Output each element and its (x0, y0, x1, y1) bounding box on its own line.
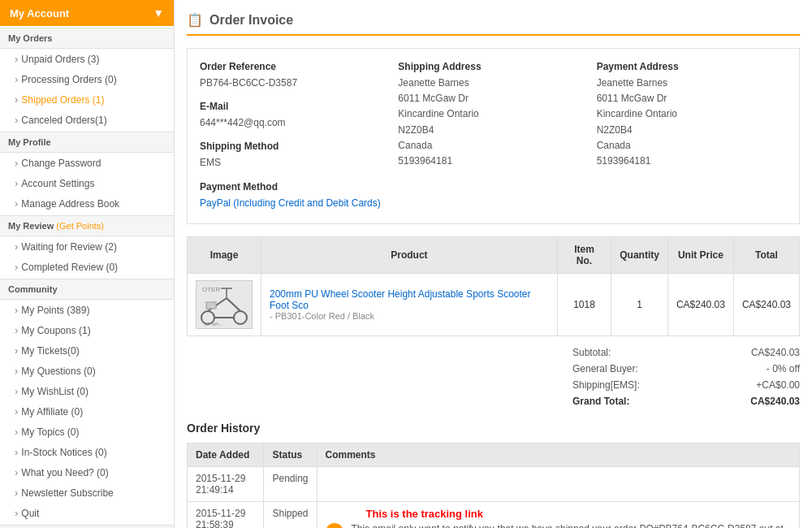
grand-total-value: CA$240.03 (750, 396, 800, 407)
sidebar-item-my-points[interactable]: My Points (389) (0, 300, 174, 320)
payment-address-name: Jeanette Barnes (597, 76, 787, 91)
sidebar-item-completed-review[interactable]: Completed Review (0) (0, 257, 174, 277)
payment-address-label: Payment Address (597, 61, 787, 72)
sidebar-item-my-tickets[interactable]: My Tickets(0) (0, 340, 174, 361)
shipping-address-name: Jeanette Barnes (398, 76, 588, 91)
hist-status-2: Shipped (264, 501, 317, 528)
page-title: Order Invoice (209, 13, 293, 28)
payment-method-value: PayPal (Including Credit and Debit Cards… (200, 196, 390, 211)
order-reference-block: Order Reference PB764-BC6CC-D3587 E-Mail… (200, 61, 390, 211)
item-no-cell: 1018 (557, 273, 611, 335)
sidebar-item-my-affiliate[interactable]: My Affiliate (0) (0, 401, 174, 422)
payment-address-postal: N2Z0B4 (597, 123, 787, 138)
section-community: Community (0, 279, 174, 300)
sidebar-item-quit[interactable]: Quit (0, 503, 174, 523)
email-label: E-Mail (200, 101, 390, 112)
hist-status-1: Pending (264, 466, 317, 501)
hist-date-1: 2015-11-29 21:49:14 (188, 466, 264, 501)
shipping-method-label: Shipping Method (200, 141, 390, 152)
sidebar-toggle-icon[interactable]: ▼ (153, 6, 164, 19)
product-name-cell: 200mm PU Wheel Scooter Height Adjustable… (261, 273, 558, 335)
col-quantity: Quantity (611, 236, 668, 273)
invoice-icon: 📋 (187, 12, 203, 28)
sidebar-item-what-you-need[interactable]: What you Need? (0) (0, 462, 174, 483)
hist-comments-2: This is the tracking link 3 This email o… (317, 501, 799, 528)
shipping-address-country: Canada (398, 138, 588, 154)
general-buyer-row: General Buyer: - 0% off (572, 361, 800, 377)
shipping-value: +CA$0.00 (756, 379, 800, 391)
hist-comments-1 (317, 466, 799, 501)
section-help: Help (0, 525, 174, 528)
hist-col-date: Date Added (188, 443, 264, 466)
col-item-no: Item No. (557, 236, 611, 273)
subtotal-label: Subtotal: (572, 347, 611, 358)
general-buyer-label: General Buyer: (572, 363, 638, 374)
product-table: Image Product Item No. Quantity Unit Pri… (187, 236, 800, 336)
sidebar-item-shipped-orders[interactable]: Shipped Orders (1) (0, 89, 174, 110)
order-history-section: Order History Date Added Status Comments… (187, 422, 800, 528)
grand-total-row: Grand Total: CA$240.03 (572, 393, 800, 409)
payment-address-country: Canada (597, 138, 787, 154)
svg-text:OTER: OTER (202, 286, 220, 293)
sidebar-item-my-questions[interactable]: My Questions (0) (0, 361, 174, 381)
col-total: Total (733, 236, 799, 273)
sidebar-item-processing-orders[interactable]: Processing Orders (0) (0, 69, 174, 89)
email-value: 644***442@qq.com (200, 115, 390, 131)
col-product: Product (261, 236, 558, 273)
sidebar-item-my-topics[interactable]: My Topics (0) (0, 422, 174, 442)
hist-date-2: 2015-11-29 21:58:39 (188, 501, 264, 528)
shipping-address-phone: 5193964181 (398, 154, 588, 169)
product-variant: - PB301-Color Red / Black (270, 311, 549, 321)
product-link[interactable]: 200mm PU Wheel Scooter Height Adjustable… (270, 288, 531, 311)
sidebar-item-waiting-review[interactable]: Waiting for Review (2) (0, 236, 174, 257)
sidebar-item-unpaid-orders[interactable]: Unpaid Orders (3) (0, 49, 174, 69)
shipping-row: Shipping[EMS]: +CA$0.00 (572, 377, 800, 393)
order-reference-value: PB764-BC6CC-D3587 (200, 76, 390, 91)
product-image-cell: OTER LP Wh... (188, 273, 261, 335)
sidebar-title: My Account (10, 7, 69, 19)
order-reference-label: Order Reference (200, 61, 390, 72)
sidebar-item-in-stock-notices[interactable]: In-Stock Notices (0) (0, 442, 174, 462)
tracking-comment-text: This email only want to notify you that … (352, 523, 784, 528)
sidebar-item-account-settings[interactable]: Account Settings (0, 173, 174, 193)
history-row-2: 2015-11-29 21:58:39 Shipped This is the … (188, 501, 800, 528)
main-content: 📋 Order Invoice Order Reference PB764-BC… (175, 0, 812, 528)
payment-address-phone: 5193964181 (597, 154, 787, 169)
sidebar: My Account ▼ My Orders Unpaid Orders (3)… (0, 0, 175, 528)
sidebar-item-manage-address[interactable]: Manage Address Book (0, 193, 174, 214)
sidebar-item-canceled-orders[interactable]: Canceled Orders(1) (0, 110, 174, 130)
sidebar-item-change-password[interactable]: Change Password (0, 153, 174, 173)
shipping-address-block: Shipping Address Jeanette Barnes 6011 Mc… (398, 61, 588, 211)
shipping-label: Shipping[EMS]: (572, 379, 640, 391)
tracking-row: 3 This email only want to notify you tha… (326, 523, 791, 528)
unit-price-cell: CA$240.03 (667, 273, 733, 335)
grand-total-label: Grand Total: (572, 396, 629, 407)
total-cell: CA$240.03 (733, 273, 799, 335)
step-number-badge: 3 (326, 523, 343, 528)
section-my-review: My Review (Get Points) (0, 215, 174, 236)
quantity-cell: 1 (611, 273, 668, 335)
subtotal-value: CA$240.03 (751, 347, 800, 358)
order-history-title: Order History (187, 422, 800, 435)
order-info-grid: Order Reference PB764-BC6CC-D3587 E-Mail… (187, 48, 800, 224)
tracking-annotation-header: This is the tracking link (326, 508, 791, 520)
hist-col-status: Status (264, 443, 317, 466)
col-unit-price: Unit Price (667, 236, 733, 273)
page-title-bar: 📋 Order Invoice (187, 12, 800, 36)
shipping-method-value: EMS (200, 155, 390, 171)
sidebar-item-my-coupons[interactable]: My Coupons (1) (0, 320, 174, 340)
section-my-orders: My Orders (0, 28, 174, 49)
tracking-text-block: This email only want to notify you that … (352, 523, 791, 528)
general-buyer-value: - 0% off (767, 363, 800, 374)
sidebar-item-newsletter[interactable]: Newsletter Subscribe (0, 483, 174, 503)
shipping-address-postal: N2Z0B4 (398, 123, 588, 138)
hist-col-comments: Comments (317, 443, 799, 466)
shipping-address-label: Shipping Address (398, 61, 588, 72)
svg-text:LP Wh...: LP Wh... (205, 322, 223, 327)
sidebar-item-my-wishlist[interactable]: My WishList (0) (0, 381, 174, 401)
sidebar-header: My Account ▼ (0, 0, 174, 26)
payment-method-label: Payment Method (200, 181, 390, 193)
col-image: Image (188, 236, 261, 273)
payment-address-city: Kincardine Ontario (597, 106, 787, 122)
shipping-address-city: Kincardine Ontario (398, 106, 588, 122)
